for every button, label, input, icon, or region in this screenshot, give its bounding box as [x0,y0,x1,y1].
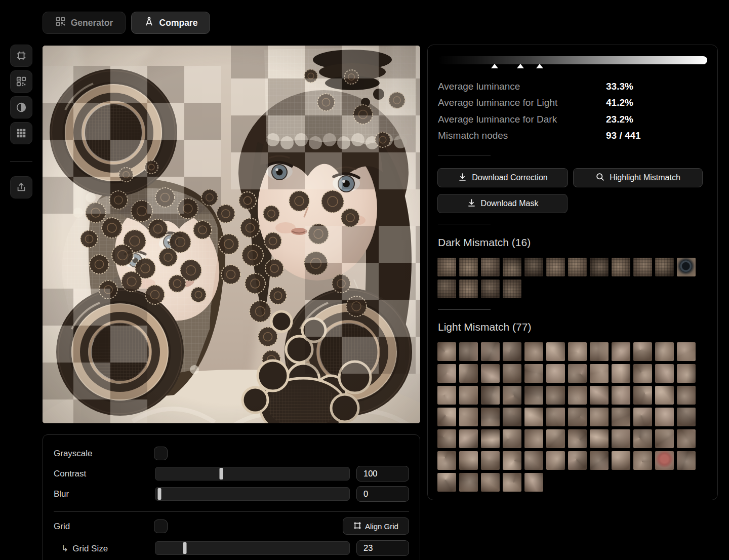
light-mismatch-thumb[interactable] [481,429,500,448]
dark-mismatch-thumb[interactable] [481,258,500,276]
light-mismatch-thumb[interactable] [633,386,652,405]
light-mismatch-thumb[interactable] [568,408,587,426]
luminance-marker[interactable] [491,64,498,68]
light-mismatch-thumb[interactable] [655,364,674,383]
light-mismatch-thumb[interactable] [437,342,456,361]
dark-mismatch-thumb[interactable] [568,258,587,276]
light-mismatch-thumb[interactable] [524,342,543,361]
light-mismatch-thumb[interactable] [481,342,500,361]
tab-generator[interactable]: Generator [43,12,126,34]
light-mismatch-thumb[interactable] [503,451,521,470]
light-mismatch-thumb[interactable] [677,342,696,361]
light-mismatch-thumb[interactable] [481,451,500,470]
light-mismatch-thumb[interactable] [524,429,543,448]
light-mismatch-thumb[interactable] [568,429,587,448]
light-mismatch-thumb[interactable] [633,408,652,426]
light-mismatch-thumb[interactable] [677,408,696,426]
light-mismatch-thumb[interactable] [590,342,609,361]
light-mismatch-thumb[interactable] [437,429,456,448]
light-mismatch-thumb[interactable] [677,386,696,405]
dark-mismatch-thumb[interactable] [633,258,652,276]
light-mismatch-thumb[interactable] [677,451,696,470]
highlight-mismatch-button[interactable]: Highlight Mistmatch [573,168,703,187]
light-mismatch-thumb[interactable] [459,451,478,470]
dark-mismatch-thumb[interactable] [459,279,478,298]
light-mismatch-thumb[interactable] [590,364,609,383]
light-mismatch-thumb[interactable] [437,386,456,405]
light-mismatch-thumb[interactable] [655,408,674,426]
light-mismatch-thumb[interactable] [612,451,630,470]
light-mismatch-thumb[interactable] [459,364,478,383]
light-mismatch-thumb[interactable] [481,364,500,383]
light-mismatch-thumb[interactable] [546,408,565,426]
light-mismatch-thumb[interactable] [503,386,521,405]
light-mismatch-thumb[interactable] [590,408,609,426]
toolbar-button-upload[interactable] [10,176,32,198]
contrast-input[interactable] [356,466,409,482]
dark-mismatch-thumb[interactable] [590,258,609,276]
light-mismatch-thumb[interactable] [546,451,565,470]
light-mismatch-thumb[interactable] [503,408,521,426]
light-mismatch-thumb[interactable] [655,342,674,361]
contrast-slider[interactable] [155,467,350,481]
light-mismatch-thumb[interactable] [437,451,456,470]
toolbar-button-qr-grid[interactable] [10,70,32,93]
toolbar-button-contrast[interactable] [10,96,32,118]
light-mismatch-thumb[interactable] [546,429,565,448]
light-mismatch-thumb[interactable] [612,364,630,383]
light-mismatch-thumb[interactable] [677,364,696,383]
toolbar-button-frame[interactable] [10,45,32,67]
light-mismatch-thumb[interactable] [481,473,500,492]
light-mismatch-thumb[interactable] [568,364,587,383]
dark-mismatch-thumb[interactable] [677,258,696,276]
light-mismatch-thumb[interactable] [655,451,674,470]
light-mismatch-thumb[interactable] [503,473,521,492]
dark-mismatch-thumb[interactable] [437,258,456,276]
light-mismatch-thumb[interactable] [437,364,456,383]
download-correction-button[interactable]: Download Correction [437,168,568,187]
tab-compare[interactable]: Compare [131,12,210,34]
dark-mismatch-thumb[interactable] [524,258,543,276]
light-mismatch-thumb[interactable] [633,364,652,383]
light-mismatch-thumb[interactable] [437,408,456,426]
align-grid-button[interactable]: Align Grid [343,517,409,535]
light-mismatch-thumb[interactable] [481,408,500,426]
light-mismatch-thumb[interactable] [524,386,543,405]
light-mismatch-thumb[interactable] [459,386,478,405]
light-mismatch-thumb[interactable] [459,429,478,448]
grid-checkbox[interactable] [154,519,168,533]
dark-mismatch-thumb[interactable] [655,258,674,276]
light-mismatch-thumb[interactable] [568,342,587,361]
light-mismatch-thumb[interactable] [546,386,565,405]
light-mismatch-thumb[interactable] [612,429,630,448]
light-mismatch-thumb[interactable] [546,342,565,361]
light-mismatch-thumb[interactable] [481,386,500,405]
dark-mismatch-thumb[interactable] [503,258,521,276]
light-mismatch-thumb[interactable] [524,364,543,383]
light-mismatch-thumb[interactable] [590,429,609,448]
light-mismatch-thumb[interactable] [503,342,521,361]
dark-mismatch-thumb[interactable] [481,279,500,298]
blur-slider[interactable] [155,487,350,501]
grid-size-slider[interactable] [155,541,350,555]
dark-mismatch-thumb[interactable] [612,258,630,276]
luminance-gradient-bar[interactable] [438,56,707,64]
light-mismatch-thumb[interactable] [524,473,543,492]
light-mismatch-thumb[interactable] [655,386,674,405]
light-mismatch-thumb[interactable] [568,451,587,470]
light-mismatch-thumb[interactable] [459,342,478,361]
dark-mismatch-thumb[interactable] [437,279,456,298]
luminance-marker[interactable] [517,64,524,68]
grayscale-checkbox[interactable] [154,447,168,460]
dark-mismatch-thumb[interactable] [546,258,565,276]
light-mismatch-thumb[interactable] [437,473,456,492]
light-mismatch-thumb[interactable] [503,364,521,383]
luminance-marker[interactable] [536,64,543,68]
light-mismatch-thumb[interactable] [503,429,521,448]
light-mismatch-thumb[interactable] [459,473,478,492]
download-mask-button[interactable]: Download Mask [437,194,568,213]
light-mismatch-thumb[interactable] [612,342,630,361]
light-mismatch-thumb[interactable] [568,386,587,405]
dark-mismatch-thumb[interactable] [503,279,521,298]
toolbar-button-grid[interactable] [10,122,32,144]
